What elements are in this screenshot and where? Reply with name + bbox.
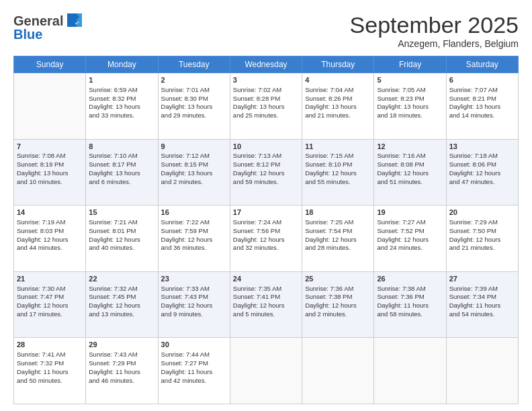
day-info-line: Daylight: 12 hours [161,302,227,310]
day-info-line: Sunrise: 7:25 AM [305,218,371,227]
header: General Blue September 2025 Anzegem, Fla… [13,12,519,49]
day-number: 17 [233,208,299,218]
day-info-line: Daylight: 11 hours [449,302,515,310]
day-info-line: Sunset: 8:26 PM [305,95,371,103]
day-info-line: Sunset: 7:52 PM [377,227,443,236]
day-info-line: Sunset: 7:36 PM [377,293,443,302]
day-info-line: Sunrise: 7:18 AM [449,152,515,161]
day-number: 9 [161,142,227,152]
day-number: 3 [233,75,299,85]
calendar-cell: 18Sunrise: 7:25 AMSunset: 7:54 PMDayligh… [302,205,374,272]
day-info-line: and 51 minutes. [377,178,443,187]
day-info-line: and 21 minutes. [305,111,371,120]
day-info-line: Sunrise: 7:10 AM [89,152,154,161]
day-info-line: Sunrise: 7:07 AM [449,86,515,95]
calendar-cell [302,338,374,404]
day-number: 21 [17,274,83,284]
day-number: 12 [377,142,443,152]
day-info-line: and 28 minutes. [305,244,371,253]
calendar-cell: 28Sunrise: 7:41 AMSunset: 7:32 PMDayligh… [14,338,86,404]
day-info-line: Sunset: 7:29 PM [89,359,154,368]
day-info-line: and 54 minutes. [449,310,515,319]
day-info-line: Daylight: 12 hours [161,236,227,244]
day-header-thursday: Thursday [302,56,374,73]
day-info-line: Sunrise: 7:24 AM [233,218,299,227]
day-info-line: and 59 minutes. [233,178,299,187]
day-info-line: Daylight: 12 hours [89,302,154,310]
calendar-cell: 24Sunrise: 7:35 AMSunset: 7:41 PMDayligh… [230,271,302,338]
week-row-4: 21Sunrise: 7:30 AMSunset: 7:47 PMDayligh… [14,271,519,338]
day-number: 10 [233,142,299,152]
day-info-line: Sunset: 7:45 PM [89,293,154,302]
day-info-line: and 9 minutes. [161,310,227,319]
day-header-tuesday: Tuesday [158,56,230,73]
day-info-line: Sunset: 8:28 PM [233,95,299,103]
day-number: 2 [161,75,227,85]
day-number: 22 [89,274,154,284]
calendar-cell: 10Sunrise: 7:13 AMSunset: 8:12 PMDayligh… [230,139,302,205]
day-info-line: Sunrise: 7:32 AM [89,285,154,293]
day-info-line: Daylight: 13 hours [89,103,154,111]
logo-icon [64,11,83,30]
day-info-line: and 50 minutes. [17,377,83,385]
day-info-line: Daylight: 12 hours [377,169,443,178]
day-info-line: Sunset: 8:21 PM [449,95,515,103]
calendar-cell: 15Sunrise: 7:21 AMSunset: 8:01 PMDayligh… [86,205,158,272]
day-info-line: Sunrise: 7:39 AM [449,285,515,293]
day-info-line: and 14 minutes. [449,111,515,120]
day-info-line: Daylight: 11 hours [377,302,443,310]
calendar-cell: 12Sunrise: 7:16 AMSunset: 8:08 PMDayligh… [374,139,446,205]
week-row-3: 14Sunrise: 7:19 AMSunset: 8:03 PMDayligh… [14,205,519,272]
day-number: 8 [89,142,154,152]
calendar-cell: 16Sunrise: 7:22 AMSunset: 7:59 PMDayligh… [158,205,230,272]
day-info-line: Sunset: 8:12 PM [233,161,299,169]
calendar-cell: 9Sunrise: 7:12 AMSunset: 8:15 PMDaylight… [158,139,230,205]
week-row-2: 7Sunrise: 7:08 AMSunset: 8:19 PMDaylight… [14,139,519,205]
day-number: 27 [449,274,515,284]
day-info-line: and 46 minutes. [89,377,154,385]
day-info-line: and 21 minutes. [449,244,515,253]
day-info-line: Sunrise: 7:12 AM [161,152,227,161]
day-info-line: Sunrise: 7:41 AM [17,351,83,359]
day-number: 15 [89,208,154,218]
calendar-cell: 23Sunrise: 7:33 AMSunset: 7:43 PMDayligh… [158,271,230,338]
day-info-line: and 6 minutes. [89,178,154,187]
day-info-line: and 44 minutes. [17,244,83,253]
calendar-cell: 1Sunrise: 6:59 AMSunset: 8:32 PMDaylight… [86,73,158,140]
day-info-line: Sunrise: 7:27 AM [377,218,443,227]
day-info-line: Sunset: 7:59 PM [161,227,227,236]
day-info-line: Sunrise: 7:16 AM [377,152,443,161]
day-info-line: and 55 minutes. [305,178,371,187]
day-info-line: and 17 minutes. [17,310,83,319]
subtitle: Anzegem, Flanders, Belgium [350,38,519,49]
day-info-line: Daylight: 13 hours [305,103,371,111]
calendar-cell: 4Sunrise: 7:04 AMSunset: 8:26 PMDaylight… [302,73,374,140]
day-info-line: Sunrise: 6:59 AM [89,86,154,95]
day-info-line: Daylight: 12 hours [233,169,299,178]
day-info-line: Sunset: 7:32 PM [17,359,83,368]
day-number: 1 [89,75,154,85]
days-header-row: SundayMondayTuesdayWednesdayThursdayFrid… [14,56,519,73]
calendar-cell: 20Sunrise: 7:29 AMSunset: 7:50 PMDayligh… [446,205,518,272]
day-info-line: Sunset: 7:27 PM [161,359,227,368]
day-info-line: Sunset: 8:01 PM [89,227,154,236]
day-info-line: Daylight: 13 hours [89,169,154,178]
day-number: 23 [161,274,227,284]
day-info-line: Sunset: 7:56 PM [233,227,299,236]
day-info-line: Sunset: 8:23 PM [377,95,443,103]
day-info-line: Sunrise: 7:01 AM [161,86,227,95]
day-info-line: and 24 minutes. [377,244,443,253]
day-info-line: Daylight: 13 hours [449,103,515,111]
day-info-line: Sunrise: 7:36 AM [305,285,371,293]
calendar-cell: 27Sunrise: 7:39 AMSunset: 7:34 PMDayligh… [446,271,518,338]
day-number: 7 [17,142,83,152]
logo-blue: Blue [13,27,42,42]
calendar-cell: 25Sunrise: 7:36 AMSunset: 7:38 PMDayligh… [302,271,374,338]
day-info-line: Daylight: 11 hours [89,368,154,377]
calendar-cell: 2Sunrise: 7:01 AMSunset: 8:30 PMDaylight… [158,73,230,140]
day-info-line: Daylight: 12 hours [305,169,371,178]
day-info-line: and 2 minutes. [305,310,371,319]
day-info-line: Sunrise: 7:22 AM [161,218,227,227]
day-info-line: Sunset: 8:19 PM [17,161,83,169]
day-info-line: and 36 minutes. [161,244,227,253]
